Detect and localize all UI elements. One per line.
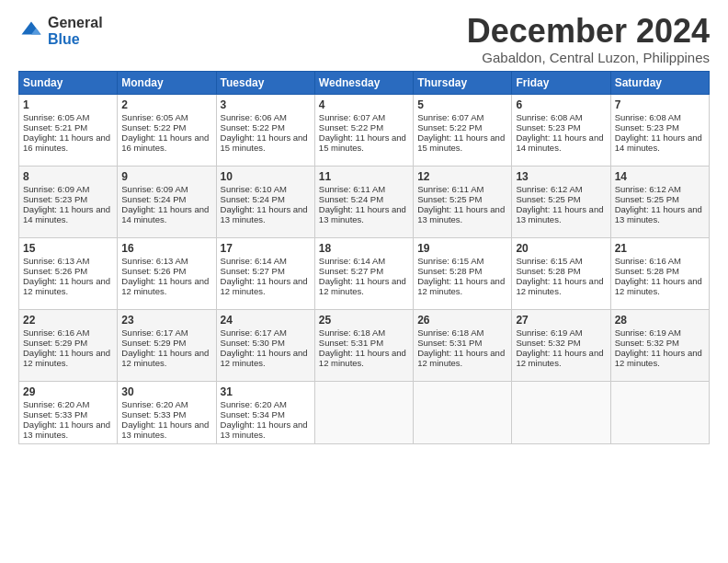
day-number: 21 [615,242,705,255]
daylight-label: Daylight: 11 hours and 15 minutes. [417,132,505,153]
day-number: 27 [516,314,606,327]
sunrise-label: Sunrise: 6:09 AM [23,184,89,194]
sunset-label: Sunset: 5:28 PM [417,266,482,276]
logo-icon [18,18,44,44]
sunrise-label: Sunrise: 6:11 AM [319,184,385,194]
calendar-cell: 25Sunrise: 6:18 AMSunset: 5:31 PMDayligh… [314,310,413,382]
daylight-label: Daylight: 11 hours and 13 minutes. [417,204,505,224]
calendar-cell: 21Sunrise: 6:16 AMSunset: 5:28 PMDayligh… [610,238,709,310]
sunset-label: Sunset: 5:28 PM [615,266,679,276]
sunrise-label: Sunrise: 6:07 AM [417,112,483,122]
calendar-table: SundayMondayTuesdayWednesdayThursdayFrid… [18,71,710,444]
day-number: 26 [417,314,507,327]
day-number: 25 [319,314,409,327]
sunset-label: Sunset: 5:24 PM [121,194,186,204]
day-number: 29 [23,385,113,398]
daylight-label: Daylight: 11 hours and 15 minutes. [221,132,308,153]
calendar-cell: 29Sunrise: 6:20 AMSunset: 5:33 PMDayligh… [19,382,118,444]
logo-blue: Blue [48,31,103,48]
sunset-label: Sunset: 5:27 PM [221,266,285,276]
sunset-label: Sunset: 5:26 PM [23,266,87,276]
calendar-cell: 11Sunrise: 6:11 AMSunset: 5:24 PMDayligh… [314,167,413,238]
logo-general: General [48,15,103,31]
day-number: 16 [121,242,211,255]
calendar-cell: 27Sunrise: 6:19 AMSunset: 5:32 PMDayligh… [512,310,610,382]
daylight-label: Daylight: 11 hours and 13 minutes. [319,204,406,224]
sunrise-label: Sunrise: 6:09 AM [121,184,188,194]
calendar-cell: 20Sunrise: 6:15 AMSunset: 5:28 PMDayligh… [512,238,610,310]
sunrise-label: Sunrise: 6:13 AM [121,256,188,266]
header: General Blue December 2024 Gabaldon, Cen… [18,15,710,65]
sunset-label: Sunset: 5:25 PM [615,194,679,204]
sunset-label: Sunset: 5:27 PM [319,266,383,276]
header-sunday: Sunday [19,72,118,95]
header-wednesday: Wednesday [314,72,413,95]
header-tuesday: Tuesday [216,72,314,95]
sunrise-label: Sunrise: 6:17 AM [121,327,188,338]
logo: General Blue [18,15,103,47]
calendar-cell: 5Sunrise: 6:07 AMSunset: 5:22 PMDaylight… [414,95,512,167]
sunrise-label: Sunrise: 6:20 AM [121,399,188,409]
daylight-label: Daylight: 11 hours and 12 minutes. [319,276,406,296]
week-row-1: 1Sunrise: 6:05 AMSunset: 5:21 PMDaylight… [19,95,710,167]
sunset-label: Sunset: 5:26 PM [121,266,186,276]
calendar-cell: 6Sunrise: 6:08 AMSunset: 5:23 PMDaylight… [512,95,610,167]
sunrise-label: Sunrise: 6:12 AM [516,184,582,194]
day-number: 14 [615,170,705,183]
sunrise-label: Sunrise: 6:05 AM [121,112,188,122]
calendar-cell [314,382,413,444]
daylight-label: Daylight: 11 hours and 13 minutes. [121,419,209,440]
month-title: December 2024 [467,15,710,48]
sunset-label: Sunset: 5:29 PM [121,338,186,348]
sunrise-label: Sunrise: 6:10 AM [221,184,287,194]
sunrise-label: Sunrise: 6:16 AM [615,256,681,266]
sunset-label: Sunset: 5:33 PM [23,409,87,419]
day-number: 31 [221,385,311,398]
day-number: 3 [221,98,311,111]
week-row-3: 15Sunrise: 6:13 AMSunset: 5:26 PMDayligh… [19,238,710,310]
day-number: 18 [319,242,409,255]
day-number: 5 [417,98,507,111]
sunset-label: Sunset: 5:32 PM [615,338,679,348]
calendar-cell: 9Sunrise: 6:09 AMSunset: 5:24 PMDaylight… [118,167,216,238]
daylight-label: Daylight: 11 hours and 13 minutes. [23,419,110,440]
week-row-4: 22Sunrise: 6:16 AMSunset: 5:29 PMDayligh… [19,310,710,382]
day-number: 30 [121,385,211,398]
calendar-cell [512,382,610,444]
calendar-cell: 1Sunrise: 6:05 AMSunset: 5:21 PMDaylight… [19,95,118,167]
daylight-label: Daylight: 11 hours and 12 minutes. [516,348,603,368]
daylight-label: Daylight: 11 hours and 12 minutes. [121,348,209,368]
day-number: 4 [319,98,409,111]
sunset-label: Sunset: 5:22 PM [121,122,186,132]
sunrise-label: Sunrise: 6:19 AM [516,327,582,338]
sunrise-label: Sunrise: 6:14 AM [319,256,385,266]
daylight-label: Daylight: 11 hours and 12 minutes. [121,276,209,296]
sunrise-label: Sunrise: 6:13 AM [23,256,89,266]
sunrise-label: Sunrise: 6:19 AM [615,327,681,338]
calendar-cell: 3Sunrise: 6:06 AMSunset: 5:22 PMDaylight… [216,95,314,167]
sunset-label: Sunset: 5:28 PM [516,266,580,276]
daylight-label: Daylight: 11 hours and 16 minutes. [121,132,209,153]
sunset-label: Sunset: 5:29 PM [23,338,87,348]
week-row-2: 8Sunrise: 6:09 AMSunset: 5:23 PMDaylight… [19,167,710,238]
sunset-label: Sunset: 5:24 PM [319,194,383,204]
sunrise-label: Sunrise: 6:12 AM [615,184,681,194]
daylight-label: Daylight: 11 hours and 13 minutes. [516,204,603,224]
calendar-cell: 13Sunrise: 6:12 AMSunset: 5:25 PMDayligh… [512,167,610,238]
calendar-cell [414,382,512,444]
sunset-label: Sunset: 5:23 PM [516,122,580,132]
sunrise-label: Sunrise: 6:08 AM [516,112,582,122]
daylight-label: Daylight: 11 hours and 12 minutes. [516,276,603,296]
calendar-cell: 22Sunrise: 6:16 AMSunset: 5:29 PMDayligh… [19,310,118,382]
day-number: 1 [23,98,113,111]
sunset-label: Sunset: 5:34 PM [221,409,285,419]
daylight-label: Daylight: 11 hours and 12 minutes. [417,348,505,368]
calendar-cell: 31Sunrise: 6:20 AMSunset: 5:34 PMDayligh… [216,382,314,444]
sunrise-label: Sunrise: 6:11 AM [417,184,483,194]
day-number: 13 [516,170,606,183]
sunrise-label: Sunrise: 6:07 AM [319,112,385,122]
day-number: 12 [417,170,507,183]
sunset-label: Sunset: 5:24 PM [221,194,285,204]
calendar-cell: 4Sunrise: 6:07 AMSunset: 5:22 PMDaylight… [314,95,413,167]
header-saturday: Saturday [610,72,709,95]
